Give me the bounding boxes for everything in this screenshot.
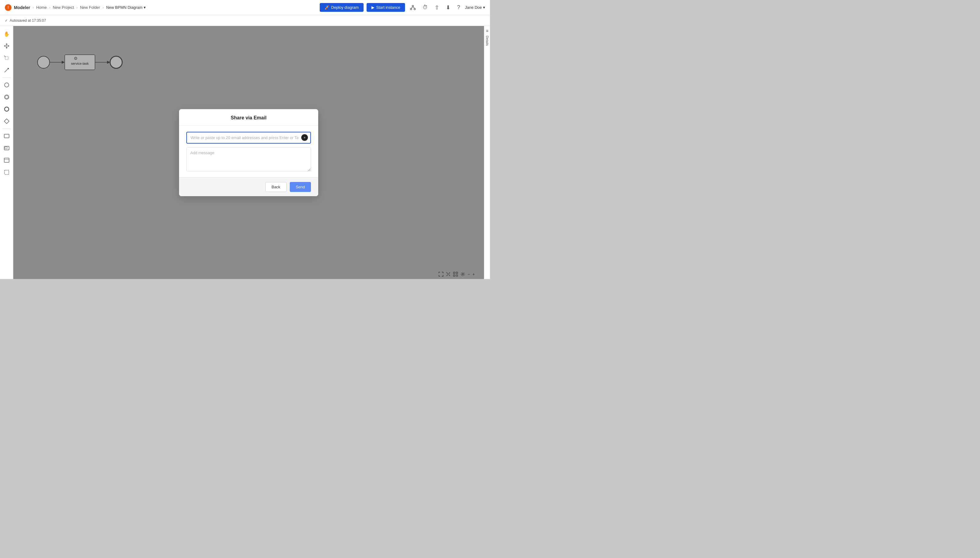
lasso-tool[interactable] — [1, 53, 12, 64]
svg-line-4 — [413, 7, 415, 8]
start-label: Start instance — [376, 5, 400, 10]
send-button[interactable]: Send — [290, 182, 311, 192]
topbar-left: ! Modeler › Home › New Project › New Fol… — [5, 4, 320, 11]
right-panel[interactable]: ≡ Details — [484, 26, 490, 279]
email-input-wrapper: + — [186, 132, 311, 144]
share-email-modal: Share via Email + Back — [179, 109, 318, 196]
tool-divider-2 — [2, 128, 11, 129]
svg-rect-15 — [5, 147, 7, 149]
logo-letter: ! — [8, 5, 9, 10]
svg-point-2 — [414, 8, 416, 10]
back-button[interactable]: Back — [265, 182, 287, 192]
gateway-tool[interactable] — [1, 116, 12, 126]
pool-tool[interactable] — [1, 155, 12, 166]
canvas[interactable]: ⚙ service-task Share via Email — [13, 26, 484, 279]
svg-rect-18 — [5, 170, 9, 174]
app-logo: ! — [5, 4, 12, 11]
deploy-label: Deploy diagram — [331, 5, 359, 10]
deploy-diagram-button[interactable]: 🚀 Deploy diagram — [320, 3, 363, 12]
modal-title: Share via Email — [231, 115, 266, 120]
hand-tool[interactable]: ✋ — [1, 28, 12, 39]
breadcrumb-diagram-label: New BPMN Diagram — [106, 5, 143, 10]
app-name: Modeler — [14, 5, 30, 10]
message-textarea[interactable] — [186, 147, 311, 171]
svg-marker-12 — [4, 119, 9, 124]
modal-header: Share via Email — [179, 109, 318, 126]
svg-point-10 — [5, 95, 8, 98]
selection-tool[interactable] — [1, 167, 12, 178]
intermediate-event-tool[interactable] — [1, 92, 12, 102]
sidebar-tools: ✋ — [0, 26, 13, 279]
end-event-tool[interactable] — [1, 104, 12, 115]
user-menu[interactable]: Jane Doe ▾ — [465, 5, 485, 10]
email-input[interactable] — [186, 132, 311, 144]
help-button[interactable]: ? — [455, 3, 462, 12]
tool-divider-1 — [2, 77, 11, 78]
topbar-right: 🚀 Deploy diagram ▶ Start instance ⏱ ⇧ ⬇ … — [320, 3, 485, 12]
add-email-icon: + — [301, 134, 308, 141]
download-button[interactable]: ⬇ — [444, 3, 452, 12]
topbar: ! Modeler › Home › New Project › New Fol… — [0, 0, 490, 15]
svg-point-11 — [5, 107, 9, 111]
svg-rect-13 — [4, 134, 9, 138]
svg-line-3 — [411, 7, 413, 8]
plus-icon: + — [304, 136, 306, 140]
hamburger-icon: ≡ — [486, 28, 488, 33]
breadcrumb-sep-4: › — [102, 5, 104, 10]
main-area: ✋ — [0, 26, 490, 279]
svg-point-1 — [411, 8, 412, 10]
chevron-down-icon: ▾ — [144, 5, 146, 10]
breadcrumb-home[interactable]: Home — [36, 5, 47, 10]
breadcrumb-sep-2: › — [49, 5, 50, 10]
breadcrumb-sep-1: › — [33, 5, 34, 10]
user-chevron-icon: ▾ — [483, 5, 485, 10]
svg-point-0 — [412, 5, 414, 7]
subprocess-tool[interactable] — [1, 143, 12, 154]
details-label[interactable]: Details — [485, 36, 489, 46]
move-tool[interactable] — [1, 41, 12, 51]
start-instance-button[interactable]: ▶ Start instance — [367, 3, 405, 12]
start-event-tool[interactable] — [1, 79, 12, 90]
modal-footer: Back Send — [179, 177, 318, 196]
breadcrumb-project[interactable]: New Project — [53, 5, 74, 10]
svg-point-8 — [5, 83, 9, 87]
task-tool[interactable] — [1, 131, 12, 141]
user-name: Jane Doe — [465, 5, 482, 10]
connections-button[interactable] — [408, 3, 418, 12]
modal-overlay: Share via Email + Back — [13, 26, 484, 279]
connect-tool[interactable] — [1, 65, 12, 75]
breadcrumb-folder[interactable]: New Folder — [80, 5, 100, 10]
back-label: Back — [271, 185, 280, 189]
breadcrumb-current[interactable]: New BPMN Diagram ▾ — [106, 5, 146, 10]
svg-rect-16 — [4, 158, 9, 162]
share-button[interactable]: ⇧ — [433, 3, 441, 12]
history-button[interactable]: ⏱ — [421, 3, 430, 12]
rocket-icon: 🚀 — [324, 5, 329, 10]
autosaved-text: Autosaved at 17:35:07 — [10, 18, 46, 23]
play-icon: ▶ — [372, 5, 375, 10]
subbar: ✓ Autosaved at 17:35:07 — [0, 15, 490, 26]
send-label: Send — [296, 185, 305, 189]
breadcrumb-sep-3: › — [76, 5, 77, 10]
check-icon: ✓ — [5, 18, 8, 23]
modal-body: + — [179, 126, 318, 177]
svg-line-5 — [4, 56, 5, 57]
autosaved-status: ✓ Autosaved at 17:35:07 — [5, 18, 46, 23]
